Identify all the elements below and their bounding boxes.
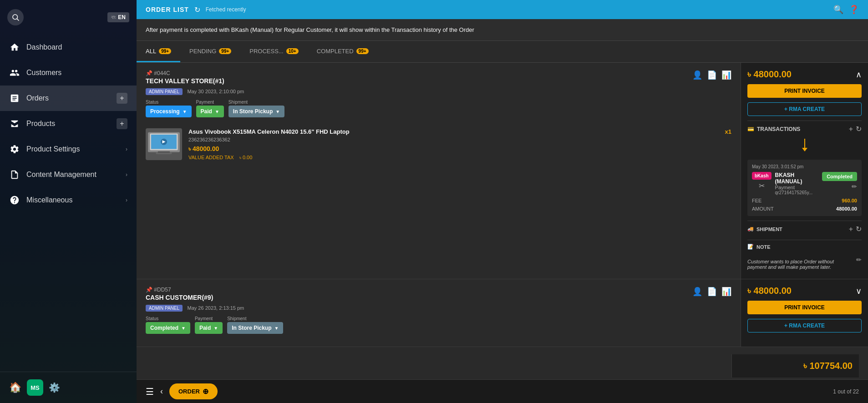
sidebar-item-miscellaneous[interactable]: Miscellaneous › — [0, 187, 137, 213]
sidebar-nav: Dashboard Customers Orders + Products — [0, 30, 137, 372]
payment-label-2: Payment — [195, 316, 223, 321]
help-icon[interactable]: ❓ — [849, 5, 859, 15]
back-arrow-button[interactable]: ‹ — [160, 387, 163, 396]
home-footer-icon[interactable]: 🏠 — [9, 382, 21, 393]
status-chevron-icon-2: ▼ — [181, 326, 186, 331]
sidebar-label-products: Products — [26, 120, 55, 128]
sidebar-item-customers[interactable]: Customers — [0, 60, 137, 86]
shipment-section-title: SHIPMENT — [756, 227, 782, 232]
fee-label: FEE — [752, 198, 761, 203]
order-3-right: ৳ 107754.00 — [731, 354, 859, 378]
tab-pending[interactable]: PENDING 99+ — [180, 41, 240, 62]
sidebar-item-product-settings[interactable]: Product Settings › — [0, 136, 137, 162]
arrow-indicator — [747, 139, 862, 151]
shipment-chevron-icon-2: ▼ — [274, 326, 279, 331]
amount-value: 48000.00 — [836, 206, 857, 212]
lang-bn: বাং — [111, 14, 116, 20]
transactions-add-button[interactable]: + — [849, 125, 853, 133]
shipment-dropdown[interactable]: In Store Pickup ▼ — [228, 106, 284, 117]
txn-edit-icon[interactable]: ✏ — [852, 183, 857, 190]
people-icon — [9, 67, 20, 78]
search-topbar-icon[interactable]: 🔍 — [833, 5, 843, 15]
shipment-dropdown-2[interactable]: In Store Pickup ▼ — [227, 322, 283, 334]
status-group-2: Status Completed ▼ — [146, 316, 190, 334]
tab-pending-badge: 99+ — [219, 48, 231, 54]
sidebar-label-customers: Customers — [26, 69, 61, 77]
order-2-source-badge: ADMIN PANEL — [146, 305, 183, 312]
sidebar-item-dashboard[interactable]: Dashboard — [0, 35, 137, 60]
refresh-icon[interactable]: ↻ — [194, 5, 200, 14]
document-icon[interactable]: 📄 — [707, 70, 717, 80]
tab-completed[interactable]: COMPLETED 99+ — [308, 41, 378, 62]
copy-icon[interactable]: ✂ — [759, 181, 765, 190]
svg-line-1 — [17, 19, 19, 20]
person-icon[interactable]: 👤 — [692, 70, 702, 80]
shipment-add-button[interactable]: + — [849, 225, 853, 233]
tab-processing[interactable]: PROCESS... 10+ — [240, 41, 307, 62]
avatar[interactable]: MS — [27, 379, 43, 396]
main-content: ORDER LIST ↻ Fetched recently 🔍 ❓ After … — [137, 0, 868, 403]
transactions-refresh-button[interactable]: ↻ — [856, 125, 862, 133]
txn-date: May 30 2023, 3:01:52 pm — [752, 164, 857, 169]
order-1-left: 📌 #044C TECH VALLEY STORE(#1) ADMIN PANE… — [137, 63, 741, 279]
order-card-3-partial: ৳ 107754.00 — [137, 347, 868, 379]
sidebar-label-content-management: Content Management — [26, 171, 96, 179]
order-2-id: 📌 #DD57 — [146, 287, 244, 293]
settings-footer-icon[interactable]: ⚙️ — [49, 382, 60, 393]
order-1-total: ৳ 48000.00 — [747, 69, 792, 80]
transactions-title: TRANSACTIONS — [757, 126, 800, 132]
language-switcher[interactable]: বাং EN — [107, 12, 129, 22]
print-invoice-button[interactable]: PRINT INVOICE — [747, 84, 862, 98]
status-dropdown-2[interactable]: Completed ▼ — [146, 322, 190, 334]
person-icon-2[interactable]: 👤 — [692, 287, 702, 297]
print-invoice-button-2[interactable]: PRINT INVOICE — [747, 301, 862, 314]
tab-all-label: ALL — [146, 48, 156, 55]
order-2-name: CASH CUSTOMER(#9) — [146, 294, 244, 301]
sidebar-item-content-management[interactable]: Content Management › — [0, 162, 137, 187]
note-edit-icon[interactable]: ✏ — [856, 256, 862, 263]
search-button[interactable] — [7, 9, 24, 25]
chart-icon-2[interactable]: 📊 — [721, 287, 731, 297]
tab-processing-label: PROCESS... — [249, 48, 283, 55]
bottom-bar: ☰ ‹ ORDER ⊕ 1 out of 22 — [137, 379, 868, 403]
status-group: Status Processing ▼ — [146, 100, 192, 117]
txn-type: Payment — [775, 185, 819, 190]
note-content: Customer wants to place Order without pa… — [747, 256, 862, 272]
shipment-label-2: Shipment — [227, 316, 283, 321]
rma-create-button-2[interactable]: + RMA CREATE — [747, 319, 862, 332]
tab-all[interactable]: ALL 99+ — [137, 41, 180, 62]
orders-add-button[interactable]: + — [117, 93, 127, 104]
chart-icon[interactable]: 📊 — [721, 70, 731, 80]
product-tax: VALUE ADDED TAX ৳ 0.00 — [188, 155, 719, 161]
hamburger-button[interactable]: ☰ — [146, 386, 154, 397]
order-button[interactable]: ORDER ⊕ — [169, 383, 218, 399]
status-dropdown[interactable]: Processing ▼ — [146, 106, 192, 117]
document-icon-2[interactable]: 📄 — [707, 287, 717, 297]
product-price: ৳ 48000.00 — [188, 145, 719, 153]
tab-pending-label: PENDING — [189, 48, 216, 55]
lang-en: EN — [118, 14, 126, 20]
svg-point-0 — [13, 15, 18, 20]
fee-value: 960.00 — [842, 198, 857, 203]
shipment-refresh-button[interactable]: ↻ — [856, 225, 862, 233]
topbar-actions: 🔍 ❓ — [833, 5, 859, 15]
tab-completed-label: COMPLETED — [317, 48, 354, 55]
sidebar-item-products[interactable]: Products + — [0, 111, 137, 136]
collapse-button[interactable]: ∧ — [856, 70, 862, 80]
order-1-header: 📌 #044C TECH VALLEY STORE(#1) ADMIN PANE… — [146, 70, 731, 95]
sidebar-item-orders[interactable]: Orders + — [0, 86, 137, 111]
tab-all-badge: 99+ — [159, 48, 171, 54]
txn-amount-row: AMOUNT 48000.00 — [752, 206, 857, 212]
sidebar-label-orders: Orders — [26, 94, 49, 102]
tab-completed-badge: 99+ — [356, 48, 369, 54]
txn-method: BKASH (MANUAL) — [775, 172, 819, 185]
order-1-right: ৳ 48000.00 ∧ PRINT INVOICE + RMA CREATE … — [741, 63, 868, 279]
shipment-chevron-icon: ▼ — [275, 109, 280, 114]
plus-icon: ⊕ — [203, 387, 208, 396]
payment-dropdown-2[interactable]: Paid ▼ — [195, 322, 223, 334]
rma-create-button[interactable]: + RMA CREATE — [747, 102, 862, 116]
payment-dropdown[interactable]: Paid ▼ — [196, 106, 224, 117]
expand-button-2[interactable]: ∨ — [856, 286, 862, 296]
note-icon: 📝 — [747, 244, 754, 250]
products-add-button[interactable]: + — [117, 118, 127, 129]
